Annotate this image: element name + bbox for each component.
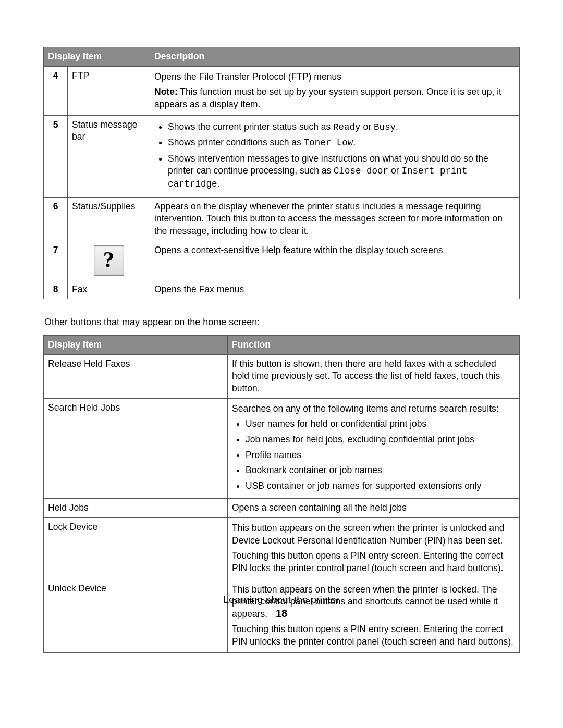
mono-text: Busy xyxy=(374,122,396,132)
bullet-text: . xyxy=(217,178,220,189)
row-item-name: Lock Device xyxy=(44,518,228,579)
row-description: Opens the Fax menus xyxy=(150,280,520,299)
bullet-text: Shows the current printer status such as xyxy=(168,121,333,132)
row-item-name: FTP xyxy=(68,66,150,115)
row-item-name: Status/Supplies xyxy=(68,197,150,241)
row-description: Shows the current printer status such as… xyxy=(150,115,520,197)
table-row: Held Jobs Opens a screen containing all … xyxy=(44,499,520,518)
row-item-name: Release Held Faxes xyxy=(44,354,228,398)
table-row: 4 FTP Opens the File Transfer Protocol (… xyxy=(44,66,520,115)
row-item-name: Held Jobs xyxy=(44,499,228,518)
table-row: Release Held Faxes If this button is sho… xyxy=(44,354,520,398)
list-item: Shows intervention messages to give inst… xyxy=(168,153,515,191)
row-number: 6 xyxy=(44,197,68,241)
header-display-item: Display item xyxy=(44,336,228,355)
bullet-text: . xyxy=(396,121,398,132)
row-item-icon-cell: ? xyxy=(68,241,150,280)
table-header-row: Display item Function xyxy=(44,336,520,355)
intro-text: Other buttons that may appear on the hom… xyxy=(44,317,520,328)
list-item: Bookmark container or job names xyxy=(246,464,515,477)
row-description: Opens the File Transfer Protocol (FTP) m… xyxy=(150,66,520,115)
row-number: 4 xyxy=(44,66,68,115)
bullet-list: Shows the current printer status such as… xyxy=(154,121,515,191)
table-header-row: Display item Description xyxy=(44,47,520,67)
row-description: Appears on the display whenever the prin… xyxy=(150,197,520,241)
note-lead: Note: xyxy=(154,87,178,97)
mono-text: Ready xyxy=(333,122,361,132)
desc-text: Opens the File Transfer Protocol (FTP) m… xyxy=(154,71,515,83)
lead-text: Searches on any of the following items a… xyxy=(232,403,515,415)
page-number: 18 xyxy=(0,608,563,620)
desc-note: Note: This function must be set up by yo… xyxy=(154,86,515,110)
list-item: User names for held or confidential prin… xyxy=(246,418,515,430)
page-footer: Learning about the printer 18 xyxy=(0,594,563,620)
table-row: 6 Status/Supplies Appears on the display… xyxy=(44,197,520,241)
header-function: Function xyxy=(228,336,520,355)
section-title: Learning about the printer xyxy=(0,594,563,606)
bullet-list: User names for held or confidential prin… xyxy=(232,418,515,492)
bullet-text: or xyxy=(361,121,374,132)
table-row: Search Held Jobs Searches on any of the … xyxy=(44,398,520,499)
list-item: Profile names xyxy=(246,449,515,462)
list-item: Job names for held jobs, excluding confi… xyxy=(246,434,515,446)
bullet-text: or xyxy=(388,165,401,176)
bullet-text: Shows printer conditions such as xyxy=(168,137,304,147)
mono-text: Close door xyxy=(334,166,388,176)
table-row: 7 ? Opens a context-sensitive Help featu… xyxy=(44,241,520,280)
row-item-name: Search Held Jobs xyxy=(44,398,228,499)
row-function: Searches on any of the following items a… xyxy=(228,398,520,499)
row-number: 5 xyxy=(44,115,68,197)
row-function: If this button is shown, then there are … xyxy=(228,354,520,398)
help-icon: ? xyxy=(94,245,124,276)
row-item-name: Fax xyxy=(68,280,150,299)
list-item: Shows printer conditions such as Toner L… xyxy=(168,137,515,150)
document-page: Display item Description 4 FTP Opens the… xyxy=(0,0,563,728)
note-text: This function must be set up by your sys… xyxy=(154,87,501,109)
row-number: 8 xyxy=(44,280,68,299)
list-item: USB container or job names for supported… xyxy=(246,480,515,492)
para-2: Touching this button opens a PIN entry s… xyxy=(232,550,515,574)
table-row: Lock Device This button appears on the s… xyxy=(44,518,520,579)
row-number: 7 xyxy=(44,241,68,280)
row-function: Opens a screen containing all the held j… xyxy=(228,499,520,518)
header-display-item: Display item xyxy=(44,47,150,67)
table-row: 5 Status message bar Shows the current p… xyxy=(44,115,520,197)
row-description: Opens a context-sensitive Help feature w… xyxy=(150,241,520,280)
table-row: 8 Fax Opens the Fax menus xyxy=(44,280,520,299)
row-item-name: Status message bar xyxy=(68,115,150,197)
display-item-table-1: Display item Description 4 FTP Opens the… xyxy=(43,47,520,299)
list-item: Shows the current printer status such as… xyxy=(168,121,515,134)
bullet-text: . xyxy=(353,137,356,147)
header-description: Description xyxy=(150,47,520,67)
mono-text: Toner Low xyxy=(304,138,353,148)
para-2: Touching this button opens a PIN entry s… xyxy=(232,623,515,648)
row-function: This button appears on the screen when t… xyxy=(228,518,520,579)
para-1: This button appears on the screen when t… xyxy=(232,522,515,547)
